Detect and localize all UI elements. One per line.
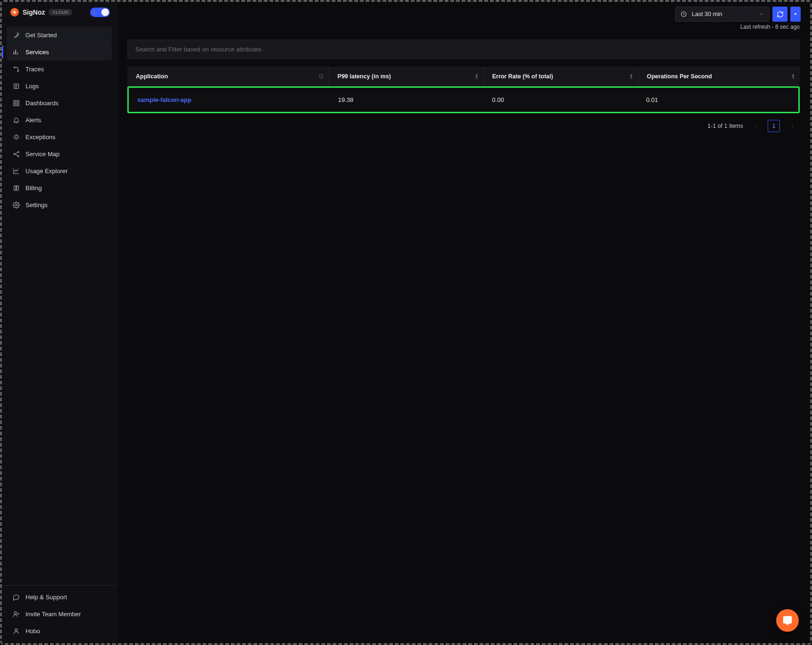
gear-icon xyxy=(12,201,20,209)
svg-point-13 xyxy=(14,611,17,614)
svg-rect-6 xyxy=(17,103,18,105)
svg-point-7 xyxy=(15,135,17,138)
brand-logo-icon: ✦ xyxy=(10,8,19,17)
sidebar-item-get-started[interactable]: Get Started xyxy=(7,26,112,43)
bell-icon xyxy=(12,116,20,124)
network-icon xyxy=(12,150,20,158)
sidebar-item-label: Invite Team Member xyxy=(25,611,81,618)
svg-rect-5 xyxy=(13,103,15,105)
svg-point-1 xyxy=(17,70,19,72)
bar-chart-icon xyxy=(12,48,20,56)
sidebar-item-label: Traces xyxy=(25,66,44,73)
table-row[interactable]: sample-falcon-app 19.38 0.00 0.01 xyxy=(129,88,798,112)
col-label: Error Rate (% of total) xyxy=(492,73,553,80)
next-page-button[interactable] xyxy=(787,120,798,132)
svg-rect-3 xyxy=(13,100,15,102)
sidebar-item-logs[interactable]: Logs xyxy=(7,77,112,94)
brand-name: SigNoz xyxy=(23,8,45,16)
col-application[interactable]: Application xyxy=(127,67,329,86)
highlighted-row: sample-falcon-app 19.38 0.00 0.01 xyxy=(127,86,800,113)
sidebar-item-billing[interactable]: Billing xyxy=(7,179,112,196)
services-table: Application P99 latency (in ms) ▲▼ xyxy=(127,67,800,86)
sidebar-nav: Get Started Services Traces Logs xyxy=(2,23,116,217)
clock-icon xyxy=(680,11,687,17)
svg-point-0 xyxy=(14,67,15,68)
rocket-icon xyxy=(12,31,20,39)
sort-icon[interactable]: ▲▼ xyxy=(630,74,633,79)
moon-icon: ☾ xyxy=(93,9,98,16)
sidebar-item-services[interactable]: Services xyxy=(7,43,112,60)
grid-icon xyxy=(12,99,20,107)
user-plus-icon xyxy=(12,610,20,618)
svg-rect-4 xyxy=(17,100,18,102)
col-label: Operations Per Second xyxy=(647,73,712,80)
sidebar-item-label: Get Started xyxy=(25,32,57,39)
user-icon xyxy=(12,627,20,635)
time-range-picker[interactable]: Last 30 min xyxy=(675,7,770,22)
svg-point-12 xyxy=(15,204,17,206)
col-p99[interactable]: P99 latency (in ms) ▲▼ xyxy=(329,67,484,86)
sidebar-item-label: Hobo xyxy=(25,628,40,635)
sidebar-item-settings[interactable]: Settings xyxy=(7,196,112,213)
sidebar-item-label: Logs xyxy=(25,83,39,90)
sidebar-item-help[interactable]: Help & Support xyxy=(7,588,112,605)
svg-point-9 xyxy=(17,151,19,152)
dollar-icon xyxy=(12,184,20,192)
chat-bubble-icon xyxy=(782,615,793,626)
page-number[interactable]: 1 xyxy=(768,120,780,132)
topbar: Last 30 min Last refresh - 8 sec ago xyxy=(117,2,810,30)
sidebar-item-label: Usage Explorer xyxy=(25,168,68,175)
brand-header: ✦ SigNoz CLOUD ☾ xyxy=(2,2,116,23)
sidebar-item-label: Services xyxy=(25,49,49,56)
sidebar-item-service-map[interactable]: Service Map xyxy=(7,145,112,162)
caret-down-icon xyxy=(793,12,798,17)
sort-icon[interactable]: ▲▼ xyxy=(475,74,479,79)
sidebar-item-dashboards[interactable]: Dashboards xyxy=(7,94,112,111)
search-icon[interactable] xyxy=(318,74,324,79)
sidebar-item-label: Service Map xyxy=(25,151,59,158)
sidebar-item-traces[interactable]: Traces xyxy=(7,60,112,77)
pagination-summary: 1-1 of 1 items xyxy=(707,123,743,129)
col-label: P99 latency (in ms) xyxy=(338,73,391,80)
cell-ops: 0.01 xyxy=(646,96,658,103)
pagination: 1-1 of 1 items 1 xyxy=(127,113,800,132)
sidebar: ✦ SigNoz CLOUD ☾ Get Started Services xyxy=(2,2,117,643)
trace-icon xyxy=(12,65,20,73)
chat-icon xyxy=(12,593,20,601)
sidebar-item-user[interactable]: Hobo xyxy=(7,622,112,639)
sidebar-item-label: Dashboards xyxy=(25,100,58,107)
sidebar-item-invite[interactable]: Invite Team Member xyxy=(7,605,112,622)
col-error-rate[interactable]: Error Rate (% of total) ▲▼ xyxy=(484,67,638,86)
prev-page-button[interactable] xyxy=(750,120,761,132)
refresh-options-button[interactable] xyxy=(790,7,801,22)
svg-point-16 xyxy=(319,75,323,78)
svg-point-14 xyxy=(15,628,17,631)
search-filter-input[interactable]: Search and Filter based on resource attr… xyxy=(127,40,800,59)
refresh-icon xyxy=(777,11,784,18)
col-label: Application xyxy=(136,73,168,80)
sidebar-item-alerts[interactable]: Alerts xyxy=(7,111,112,128)
sidebar-item-label: Billing xyxy=(25,184,42,192)
refresh-button[interactable] xyxy=(772,7,787,22)
cell-p99: 19.38 xyxy=(338,96,354,103)
bug-icon xyxy=(12,133,20,141)
sort-icon[interactable]: ▲▼ xyxy=(791,74,795,79)
sidebar-item-label: Settings xyxy=(25,201,48,209)
col-ops[interactable]: Operations Per Second ▲▼ xyxy=(638,67,800,86)
logs-icon xyxy=(12,82,20,90)
time-range-label: Last 30 min xyxy=(692,11,722,17)
application-link[interactable]: sample-falcon-app xyxy=(137,96,191,103)
chevron-down-icon xyxy=(759,11,764,17)
search-placeholder: Search and Filter based on resource attr… xyxy=(135,46,263,53)
main-content: Last 30 min Last refresh - 8 sec ago xyxy=(117,2,810,643)
sidebar-item-label: Help & Support xyxy=(25,594,67,601)
chat-support-button[interactable] xyxy=(776,609,799,632)
theme-toggle[interactable]: ☾ xyxy=(90,8,110,17)
cell-error: 0.00 xyxy=(492,96,504,103)
sidebar-item-label: Exceptions xyxy=(25,134,56,141)
svg-point-8 xyxy=(13,153,15,155)
sidebar-item-label: Alerts xyxy=(25,117,41,124)
sidebar-item-exceptions[interactable]: Exceptions xyxy=(7,128,112,145)
sidebar-item-usage-explorer[interactable]: Usage Explorer xyxy=(7,162,112,179)
svg-point-10 xyxy=(17,155,19,157)
